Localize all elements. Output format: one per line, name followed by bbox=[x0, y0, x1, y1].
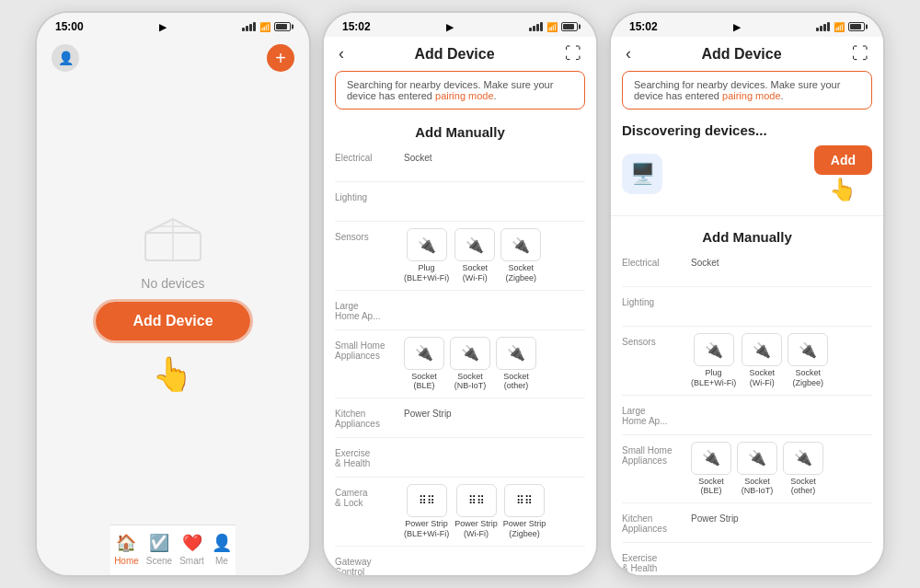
device-list-2: Electrical Socket Lighting Sensors 🔌 Plu… bbox=[324, 145, 596, 575]
socket-nbiot-icon: 🔌 bbox=[450, 337, 490, 370]
finger-pointer-icon: 👆 bbox=[152, 355, 193, 394]
s3-category-sensors: Sensors 🔌 Plug(BLE+Wi-Fi) 🔌 Socket(Wi-Fi… bbox=[622, 329, 872, 392]
signal-icon-1 bbox=[242, 22, 256, 31]
page-title-3: Add Device bbox=[701, 46, 781, 63]
add-discovered-button[interactable]: Add bbox=[814, 145, 872, 175]
search-period-2: . bbox=[494, 90, 497, 101]
search-period-3: . bbox=[781, 90, 784, 101]
device-socket-wifi[interactable]: 🔌 Socket(Wi-Fi) bbox=[454, 228, 495, 283]
s3-device-socket-zigbee[interactable]: 🔌 Socket(Zigbee) bbox=[788, 333, 828, 388]
nav-home[interactable]: 🏠 Home bbox=[110, 525, 143, 575]
device-socket-ble[interactable]: 🔌 Socket(BLE) bbox=[404, 337, 444, 392]
device-strip-wifi[interactable]: ⠿⠿ Power Strip(Wi-Fi) bbox=[454, 484, 498, 539]
s3-socket-ble-icon: 🔌 bbox=[691, 442, 731, 475]
avatar-icon: 👤 bbox=[52, 44, 79, 72]
category-items-camera: ⠿⠿ Power Strip(BLE+Wi-Fi) ⠿⠿ Power Strip… bbox=[404, 484, 585, 539]
search-banner-2: Searching for nearby devices. Make sure … bbox=[335, 71, 585, 110]
device-socket-other[interactable]: 🔌 Socket(other) bbox=[496, 337, 536, 392]
category-name-sensors: Sensors bbox=[335, 228, 404, 242]
s3-plug-label: Plug(BLE+Wi-Fi) bbox=[691, 368, 736, 388]
s3-category-name-small-home: Small Home Appliances bbox=[622, 442, 691, 466]
time-3: 15:02 bbox=[629, 20, 658, 33]
scene-icon: ☑️ bbox=[149, 533, 169, 553]
scan-button-2[interactable]: ⛶ bbox=[565, 44, 581, 63]
category-name-exercise: Exercise & Health bbox=[335, 444, 404, 468]
strip-zigbee-label: Power Strip(Zigbee) bbox=[503, 519, 546, 539]
category-large-home: Large Home Ap... bbox=[335, 294, 585, 327]
pairing-mode-link-3[interactable]: pairing mode bbox=[722, 90, 781, 101]
scan-button-3[interactable]: ⛶ bbox=[852, 44, 868, 63]
bottom-nav-1: 🏠 Home ☑️ Scene ❤️ Smart 👤 Me bbox=[110, 525, 236, 575]
socket-other-label: Socket(other) bbox=[503, 372, 529, 392]
s3-category-name-exercise: Exercise & Health bbox=[622, 549, 691, 573]
wifi-icon-2: 📶 bbox=[546, 22, 558, 32]
s3-socket-wifi-icon: 🔌 bbox=[742, 333, 782, 366]
nav-scene[interactable]: ☑️ Scene bbox=[143, 525, 176, 575]
add-btn-wrapper: Add 👆 bbox=[814, 145, 872, 202]
socket-nbiot-label: Socket(NB-IoT) bbox=[454, 372, 487, 392]
s3-device-socket-nbiot[interactable]: 🔌 Socket(NB-IoT) bbox=[737, 442, 777, 497]
s3-device-socket-wifi[interactable]: 🔌 Socket(Wi-Fi) bbox=[742, 333, 782, 388]
s3-category-name-sensors: Sensors bbox=[622, 333, 691, 347]
device-strip-ble-wifi[interactable]: ⠿⠿ Power Strip(BLE+Wi-Fi) bbox=[404, 484, 449, 539]
category-lighting: Lighting bbox=[335, 185, 585, 218]
location-icon-3: ▶ bbox=[733, 22, 741, 32]
category-name-camera: Camera & Lock bbox=[335, 484, 404, 508]
socket-other-icon: 🔌 bbox=[496, 337, 536, 370]
nav-smart-label: Smart bbox=[179, 556, 204, 566]
s3-kitchen-label: Power Strip bbox=[691, 510, 739, 524]
pairing-mode-link-2[interactable]: pairing mode bbox=[435, 90, 494, 101]
strip-zigbee-icon: ⠿⠿ bbox=[504, 484, 545, 517]
s3-category-items-sensors: 🔌 Plug(BLE+Wi-Fi) 🔌 Socket(Wi-Fi) 🔌 Sock… bbox=[691, 333, 872, 388]
s3-socket-zigbee-label: Socket(Zigbee) bbox=[792, 368, 823, 388]
s3-device-socket-ble[interactable]: 🔌 Socket(BLE) bbox=[691, 442, 731, 497]
nav-smart[interactable]: ❤️ Smart bbox=[176, 525, 208, 575]
me-icon: 👤 bbox=[212, 533, 232, 553]
phone-screen-3: 15:02 ▶ 📶 ‹ Add Device ⛶ Searching for n… bbox=[609, 11, 885, 577]
page-header-2: ‹ Add Device ⛶ bbox=[324, 37, 596, 71]
signal-icon-3 bbox=[816, 22, 830, 31]
category-gateway: Gateway Control bbox=[335, 549, 585, 575]
s3-socket-other-label: Socket(other) bbox=[790, 477, 816, 497]
back-button-3[interactable]: ‹ bbox=[626, 44, 631, 63]
back-button-2[interactable]: ‹ bbox=[339, 44, 344, 63]
add-device-button[interactable]: Add Device bbox=[96, 302, 249, 340]
device-socket-nbiot[interactable]: 🔌 Socket(NB-IoT) bbox=[450, 337, 490, 392]
plug-label: Plug(BLE+Wi-Fi) bbox=[404, 263, 449, 283]
category-electrical: Electrical Socket bbox=[335, 145, 585, 179]
device-socket-zigbee[interactable]: 🔌 Socket(Zigbee) bbox=[500, 228, 541, 283]
battery-icon-3 bbox=[848, 22, 865, 31]
s3-device-plug-ble-wifi[interactable]: 🔌 Plug(BLE+Wi-Fi) bbox=[691, 333, 736, 388]
category-name-electrical: Electrical bbox=[335, 149, 404, 163]
wifi-icon-3: 📶 bbox=[834, 22, 845, 32]
category-name-small-home: Small Home Appliances bbox=[335, 337, 404, 361]
s3-socket-zigbee-icon: 🔌 bbox=[788, 333, 828, 366]
screen1-header: 👤 + bbox=[37, 37, 309, 79]
screen1-main: No devices Add Device 👆 bbox=[96, 79, 249, 525]
s3-divider bbox=[611, 215, 883, 216]
s3-plug-icon: 🔌 bbox=[694, 333, 734, 366]
time-1: 15:00 bbox=[55, 20, 84, 33]
battery-icon-2 bbox=[561, 22, 578, 31]
nav-me[interactable]: 👤 Me bbox=[208, 525, 236, 575]
s3-category-items-kitchen: Power Strip bbox=[691, 510, 872, 524]
add-circle-button[interactable]: + bbox=[267, 44, 294, 72]
nav-me-label: Me bbox=[215, 556, 228, 566]
s3-category-items-electrical: Socket bbox=[691, 254, 872, 268]
discovering-section: Discovering devices... 🖥️ Add 👆 bbox=[611, 117, 883, 210]
device-strip-zigbee[interactable]: ⠿⠿ Power Strip(Zigbee) bbox=[503, 484, 546, 539]
socket-wifi-icon: 🔌 bbox=[454, 228, 495, 261]
s3-category-large-home: Large Home Ap... bbox=[622, 398, 872, 432]
screen1-content: 👤 + No devices Add Device 👆 🏠 Home ☑️ Sc… bbox=[37, 37, 309, 575]
discovered-device-icon: 🖥️ bbox=[622, 154, 662, 194]
strip-ble-wifi-icon: ⠿⠿ bbox=[407, 484, 447, 517]
s3-socket-other-icon: 🔌 bbox=[783, 442, 823, 475]
home-icon: 🏠 bbox=[116, 533, 136, 553]
s3-device-socket-other[interactable]: 🔌 Socket(other) bbox=[783, 442, 823, 497]
device-plug-ble-wifi[interactable]: 🔌 Plug(BLE+Wi-Fi) bbox=[404, 228, 449, 283]
s3-category-lighting: Lighting bbox=[622, 290, 872, 323]
page-title-2: Add Device bbox=[414, 46, 494, 63]
wifi-icon-1: 📶 bbox=[259, 22, 270, 32]
s3-socket-ble-label: Socket(BLE) bbox=[698, 477, 724, 497]
s3-category-electrical: Electrical Socket bbox=[622, 250, 872, 283]
